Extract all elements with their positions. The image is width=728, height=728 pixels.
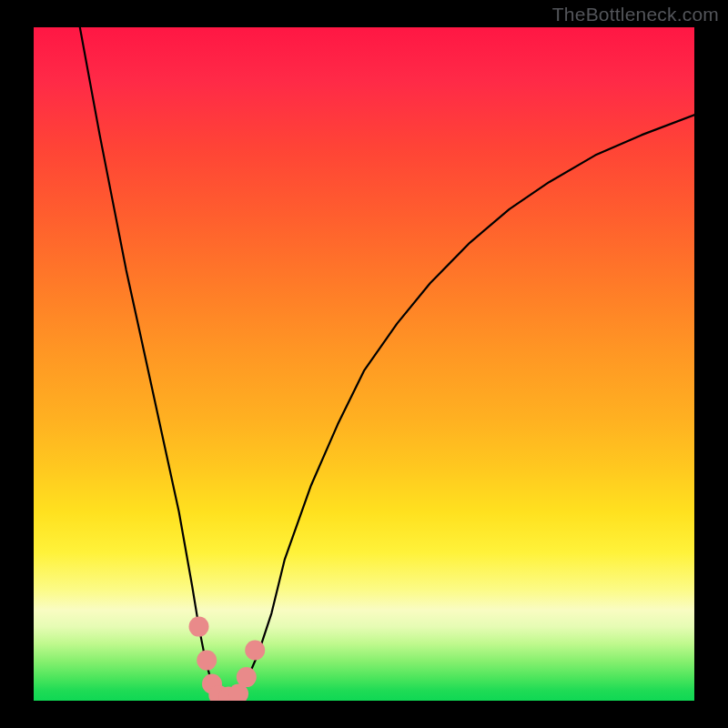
data-marker [237,667,257,687]
marker-group [189,617,266,701]
plot-area [34,27,694,701]
data-marker [245,641,265,661]
watermark-text: TheBottleneck.com [552,4,719,25]
chart-frame: TheBottleneck.com [0,0,728,728]
curve-layer [34,27,694,701]
data-marker [197,651,217,671]
bottleneck-curve [80,27,694,697]
data-marker [189,617,209,637]
